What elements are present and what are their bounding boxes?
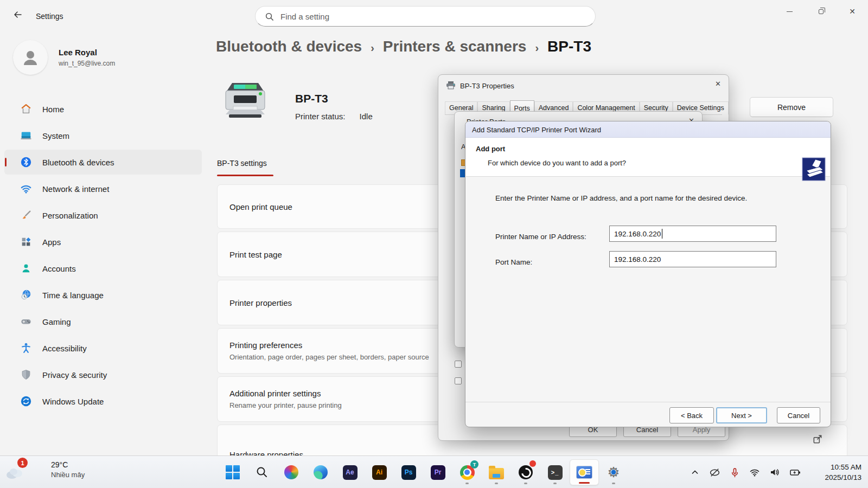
breadcrumb-printers-scanners[interactable]: Printers & scanners	[383, 38, 527, 55]
restore-button[interactable]	[805, 0, 837, 23]
taskbar-apps: Ae Ai Ps Pr T >_ ⚙	[218, 459, 628, 485]
properties-close-icon[interactable]: ✕	[715, 80, 721, 88]
weather-widget[interactable]: 1 29°C Nhiều mây	[4, 459, 113, 485]
terminal-icon: >_	[548, 465, 563, 480]
sidebar-item-label: System	[42, 131, 69, 140]
taskbar-search-button[interactable]	[247, 459, 277, 485]
port-name-input[interactable]	[609, 251, 776, 267]
taskbar-file-explorer[interactable]	[482, 459, 511, 485]
taskbar-photoshop[interactable]: Ps	[394, 459, 423, 485]
cancel-button[interactable]: Cancel	[777, 407, 820, 423]
wizard-question: For which device do you want to add a po…	[488, 159, 626, 167]
gear-icon: ⚙	[606, 465, 621, 480]
wizard-separator	[465, 402, 831, 402]
taskbar-start-button[interactable]	[218, 459, 247, 485]
taskbar-chrome[interactable]: T	[452, 459, 482, 485]
sidebar-item-label: Time & language	[42, 291, 104, 300]
sidebar-item-privacy-security[interactable]: Privacy & security	[4, 362, 202, 387]
volume-icon[interactable]	[769, 467, 780, 478]
sidebar-item-label: Personalization	[42, 211, 98, 220]
clock-time: 10:55 AM	[825, 462, 861, 472]
sidebar-item-windows-update[interactable]: Windows Update	[4, 389, 202, 414]
sidebar-item-apps[interactable]: Apps	[4, 229, 202, 254]
apps-icon	[20, 235, 33, 248]
sidebar-item-label: Accessibility	[42, 344, 87, 353]
breadcrumb-bluetooth-devices[interactable]: Bluetooth & devices	[216, 38, 362, 55]
search-icon	[265, 12, 274, 21]
breadcrumb: Bluetooth & devices › Printers & scanner…	[216, 38, 591, 55]
tab-bp-t3-settings[interactable]: BP-T3 settings	[217, 159, 267, 168]
sidebar-item-personalization[interactable]: Personalization	[4, 203, 202, 228]
time-language-icon	[20, 288, 33, 301]
search-box[interactable]	[255, 6, 596, 27]
clock[interactable]: 10:55 AM 2025/10/13	[825, 462, 861, 483]
taskbar-settings[interactable]: ⚙	[599, 459, 628, 485]
sidebar-item-time-language[interactable]: Time & language	[4, 282, 202, 307]
printer-status: Printer status: Idle	[295, 112, 373, 121]
obs-recording-badge	[529, 460, 536, 467]
taskbar-terminal[interactable]: >_	[540, 459, 570, 485]
bidirectional-checkbox[interactable]	[455, 361, 462, 368]
close-button[interactable]: ✕	[837, 0, 868, 23]
restore-icon	[819, 9, 824, 14]
taskbar-obs[interactable]	[511, 459, 540, 485]
back-button[interactable]	[9, 8, 27, 24]
printer-header: BP-T3 Printer status: Idle	[219, 79, 373, 124]
wizard-instruction: Enter the Printer Name or IP address, an…	[495, 194, 747, 202]
wizard-printer-icon	[802, 157, 826, 183]
wifi-icon[interactable]	[749, 467, 760, 478]
back-button[interactable]: < Back	[669, 407, 714, 423]
taskbar-active-window[interactable]	[570, 459, 599, 485]
folder-icon	[489, 468, 504, 479]
taskbar-premiere[interactable]: Pr	[423, 459, 452, 485]
printer-image	[219, 79, 271, 124]
sidebar-item-home[interactable]: Home	[4, 97, 202, 121]
system-icon	[20, 129, 33, 142]
sidebar-item-label: Gaming	[42, 317, 71, 326]
sidebar-item-accounts[interactable]: Accounts	[4, 256, 202, 281]
breadcrumb-separator: ›	[371, 42, 374, 54]
search-input[interactable]	[280, 7, 584, 25]
external-link-icon[interactable]	[812, 434, 823, 447]
breadcrumb-separator: ›	[535, 42, 539, 54]
clock-date: 2025/10/13	[825, 472, 861, 483]
wizard-header: Add port For which device do you want to…	[466, 138, 830, 177]
sidebar-item-network-internet[interactable]: Network & internet	[4, 176, 202, 201]
next-button[interactable]: Next >	[716, 407, 767, 423]
pooling-checkbox[interactable]	[455, 377, 462, 384]
sidebar-item-system[interactable]: System	[4, 123, 202, 148]
printer-small-icon	[446, 81, 456, 92]
after-effects-icon: Ae	[343, 465, 358, 480]
taskbar-copilot[interactable]	[277, 459, 306, 485]
sidebar-item-bluetooth-devices[interactable]: Bluetooth & devices	[4, 150, 202, 175]
taskbar-after-effects[interactable]: Ae	[335, 459, 365, 485]
tcpip-port-wizard-dialog: Add Standard TCP/IP Printer Port Wizard …	[465, 121, 831, 427]
accounts-icon	[20, 262, 33, 275]
avatar[interactable]	[13, 40, 48, 75]
breadcrumb-current-page: BP-T3	[547, 38, 591, 55]
taskbar-edge[interactable]	[306, 459, 335, 485]
premiere-icon: Pr	[431, 465, 445, 480]
personalization-icon	[20, 209, 33, 222]
minimize-button[interactable]	[774, 0, 805, 23]
port-name-label: Port Name:	[495, 258, 532, 266]
eye-off-icon[interactable]	[709, 467, 720, 478]
weather-condition: Nhiều mây	[51, 471, 85, 479]
photoshop-icon: Ps	[401, 465, 416, 480]
search-icon	[256, 466, 269, 479]
bluetooth-icon	[20, 156, 33, 169]
chevron-up-icon[interactable]	[690, 467, 700, 477]
copilot-icon	[284, 465, 298, 479]
printer-ip-field-wrap	[609, 226, 776, 242]
remove-button[interactable]: Remove	[750, 97, 833, 117]
windows-logo-icon	[226, 465, 240, 479]
sidebar-item-gaming[interactable]: Gaming	[4, 309, 202, 334]
tab-active-underline	[217, 175, 273, 176]
battery-icon[interactable]	[789, 467, 801, 478]
microphone-icon[interactable]	[730, 467, 740, 478]
chrome-profile-badge: T	[470, 460, 478, 468]
sidebar-item-accessibility[interactable]: Accessibility	[4, 336, 202, 361]
taskbar-illustrator[interactable]: Ai	[365, 459, 394, 485]
illustrator-icon: Ai	[372, 465, 387, 480]
printer-ip-input[interactable]	[609, 226, 776, 242]
